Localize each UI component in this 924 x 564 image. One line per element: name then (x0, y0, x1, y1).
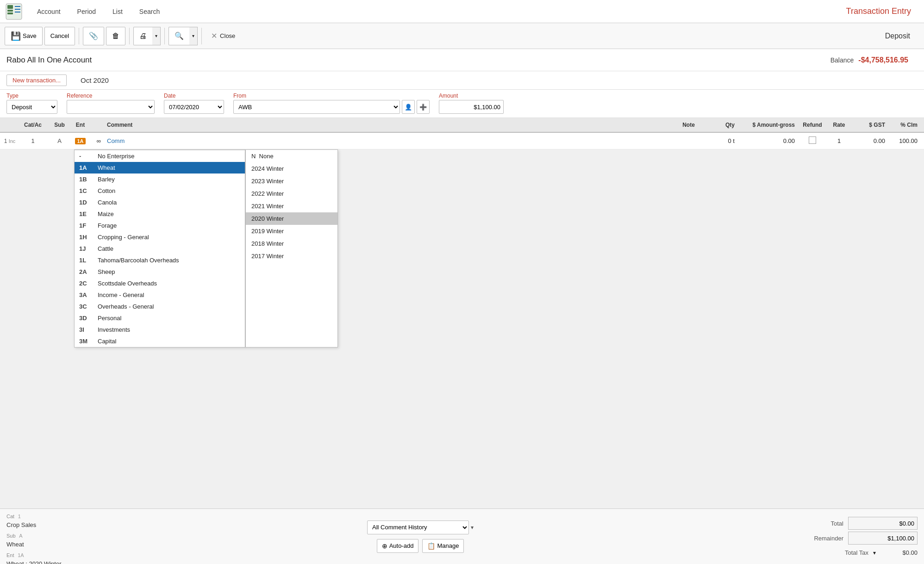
toolbar-separator-4 (201, 28, 202, 44)
enterprise-item-1f[interactable]: 1F Forage (75, 220, 245, 231)
row-comment[interactable]: Comm (107, 137, 676, 144)
search-button[interactable]: 🔍 (169, 27, 189, 45)
remainder-input[interactable] (848, 532, 918, 545)
print-button[interactable]: 🖨 (133, 27, 152, 45)
app-logo (4, 1, 24, 22)
row-amount[interactable]: 0.00 (738, 137, 799, 144)
cat-name: Crop Sales (6, 521, 108, 528)
gh-sub: Sub (49, 122, 70, 128)
gh-refund: Refund (799, 122, 826, 128)
delete-button[interactable]: 🗑 (106, 27, 125, 45)
enterprise-item-3d[interactable]: 3D Personal (75, 312, 245, 324)
grid-header: Cat/Ac Sub Ent Comment Note Qty $ Amount… (0, 118, 924, 133)
enterprise-code: 3A (79, 291, 92, 298)
reference-select[interactable] (67, 100, 155, 114)
menu-search[interactable]: Search (131, 1, 168, 22)
enterprise-name: Personal (98, 315, 240, 322)
person-icon: 👤 (405, 104, 412, 111)
enterprise-item-no[interactable]: - No Enterprise (75, 150, 245, 162)
sub-item-2022[interactable]: 2022 Winter (246, 187, 337, 200)
sub-item-2024[interactable]: 2024 Winter (246, 162, 337, 175)
amount-field-group: Amount (439, 93, 504, 114)
sub-item-2023[interactable]: 2023 Winter (246, 175, 337, 187)
menu-account[interactable]: Account (29, 1, 69, 22)
row-sub[interactable]: A (49, 137, 70, 144)
sub-item-2017[interactable]: 2017 Winter (246, 250, 337, 262)
from-select[interactable]: AWB (233, 100, 400, 114)
enterprise-item-2c[interactable]: 2C Scottsdale Overheads (75, 278, 245, 289)
sub-item-none[interactable]: N None (246, 150, 337, 162)
new-transaction-button[interactable]: New transaction... (6, 74, 67, 86)
search-dropdown-arrow[interactable]: ▾ (189, 27, 198, 45)
date-select[interactable]: 07/02/2020 (164, 100, 224, 114)
svg-rect-3 (7, 12, 13, 14)
type-field-group: Type Deposit (6, 93, 57, 114)
enterprise-item-1l[interactable]: 1L Tahoma/Barcoolah Overheads (75, 254, 245, 266)
menu-period[interactable]: Period (69, 1, 104, 22)
type-select[interactable]: Deposit (6, 100, 57, 114)
remainder-row: Remainder (806, 532, 918, 545)
enterprise-item-2a[interactable]: 2A Sheep (75, 266, 245, 278)
sub-item-2020[interactable]: 2020 Winter (246, 212, 337, 225)
date-label: Date (164, 93, 224, 99)
enterprise-item-3c[interactable]: 3C Overheads - General (75, 301, 245, 312)
comment-link[interactable]: Comm (107, 137, 125, 144)
cat-label: Cat (6, 514, 14, 519)
sub-item-2019[interactable]: 2019 Winter (246, 225, 337, 237)
manage-button[interactable]: 📋 Manage (422, 539, 464, 553)
toolbar: 💾 Save Cancel 📎 🗑 🖨 ▾ 🔍 ▾ ✕ Close Deposi… (0, 23, 924, 49)
enterprise-item-3a[interactable]: 3A Income - General (75, 289, 245, 301)
reference-field-group: Reference (67, 93, 155, 114)
cancel-button[interactable]: Cancel (44, 27, 75, 45)
bb-middle: All Comment History ▾ ⊕ Auto-add 📋 Manag… (118, 513, 723, 560)
close-button[interactable]: ✕ Close (206, 29, 241, 43)
app-title: Transaction Entry (846, 6, 920, 16)
menu-list[interactable]: List (104, 1, 131, 22)
row-gst[interactable]: 0.00 (852, 137, 889, 144)
row-refund[interactable] (799, 136, 826, 145)
save-button[interactable]: 💾 Save (5, 27, 43, 45)
row-clm[interactable]: 100.00 (889, 137, 921, 144)
enterprise-item-1c[interactable]: 1C Cotton (75, 185, 245, 197)
from-add-button[interactable]: ➕ (417, 100, 430, 114)
enterprise-code: 1C (79, 187, 92, 194)
total-tax-arrow[interactable]: ▾ (873, 550, 876, 556)
enterprise-name: Sheep (98, 268, 240, 275)
period-text: Oct 2020 (81, 76, 109, 84)
enterprise-item-1d[interactable]: 1D Canola (75, 197, 245, 208)
enterprise-item-3m[interactable]: 3M Capital (75, 335, 245, 347)
enterprise-item-1j[interactable]: 1J Cattle (75, 243, 245, 254)
amount-input[interactable] (439, 100, 504, 114)
account-header: Rabo All In One Account Balance -$4,758,… (0, 49, 924, 71)
toolbar-separator-2 (129, 28, 130, 44)
enterprise-item-1e[interactable]: 1E Maize (75, 208, 245, 220)
sub-item-2021[interactable]: 2021 Winter (246, 200, 337, 212)
print-dropdown-arrow[interactable]: ▾ (152, 27, 161, 45)
auto-add-button[interactable]: ⊕ Auto-add (377, 539, 419, 553)
enterprise-item-1a[interactable]: 1A Wheat (75, 162, 245, 174)
refund-checkbox[interactable] (809, 136, 816, 144)
menu-bar: Account Period List Search Transaction E… (0, 0, 924, 23)
row-catac[interactable]: 1 (17, 137, 49, 144)
table-row: 1 Inc 1 A 1A ∞ Comm 0 t 0.00 1 0.00 100.… (0, 133, 924, 149)
close-icon: ✕ (211, 31, 217, 40)
attach-button[interactable]: 📎 (83, 27, 104, 45)
enterprise-item-1b[interactable]: 1B Barley (75, 174, 245, 185)
type-label: Type (6, 93, 57, 99)
enterprise-item-3i[interactable]: 3I Investments (75, 324, 245, 335)
from-person-button[interactable]: 👤 (402, 100, 415, 114)
sub-item-2018[interactable]: 2018 Winter (246, 237, 337, 250)
row-rate[interactable]: 1 (826, 137, 852, 144)
row-qty[interactable]: 0 t (701, 137, 738, 144)
row-link: ∞ (91, 137, 107, 144)
cancel-label: Cancel (50, 32, 69, 39)
comment-history-select[interactable]: All Comment History (367, 521, 469, 534)
enterprise-item-1h[interactable]: 1H Cropping - General (75, 231, 245, 243)
paperclip-icon: 📎 (89, 31, 98, 40)
gh-gst: $ GST (852, 122, 889, 128)
bottom-bar: Cat 1 Crop Sales Sub A Wheat Ent 1A Whea… (0, 508, 924, 564)
total-input[interactable] (848, 517, 918, 530)
toolbar-separator-1 (79, 28, 79, 44)
row-ent[interactable]: 1A (70, 137, 91, 144)
enterprise-code: 3I (79, 326, 92, 333)
